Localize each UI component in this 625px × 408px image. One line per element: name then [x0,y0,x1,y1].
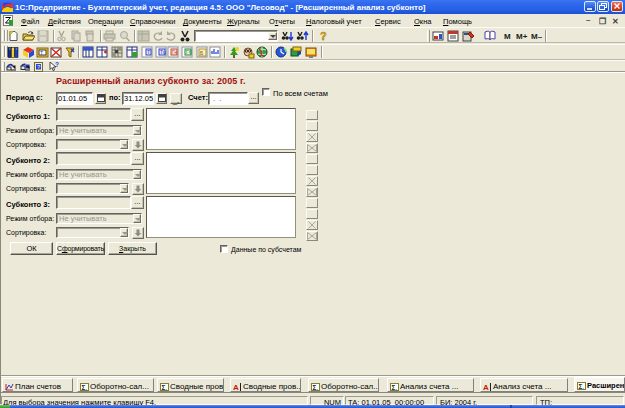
svg-text:Т: Т [40,50,43,56]
svg-text:Σ: Σ [162,384,166,391]
svg-text:М: М [504,32,511,41]
svg-text:Σ: Σ [579,383,583,390]
svg-text:М–: М– [531,32,543,41]
svg-text:Σ: Σ [313,384,317,391]
svg-text:Гб: Гб [186,49,192,55]
svg-text:А: А [483,383,489,391]
svg-text:?: ? [320,30,327,42]
svg-text:Σ: Σ [392,384,396,391]
svg-text:М+: М+ [516,32,528,41]
svg-text:Т: Т [147,49,150,55]
svg-text:Гн: Гн [172,49,177,55]
svg-text:А: А [233,383,239,391]
svg-text:Тц: Тц [160,49,166,55]
svg-text:?: ? [55,62,59,68]
svg-text:Σ: Σ [82,384,86,391]
